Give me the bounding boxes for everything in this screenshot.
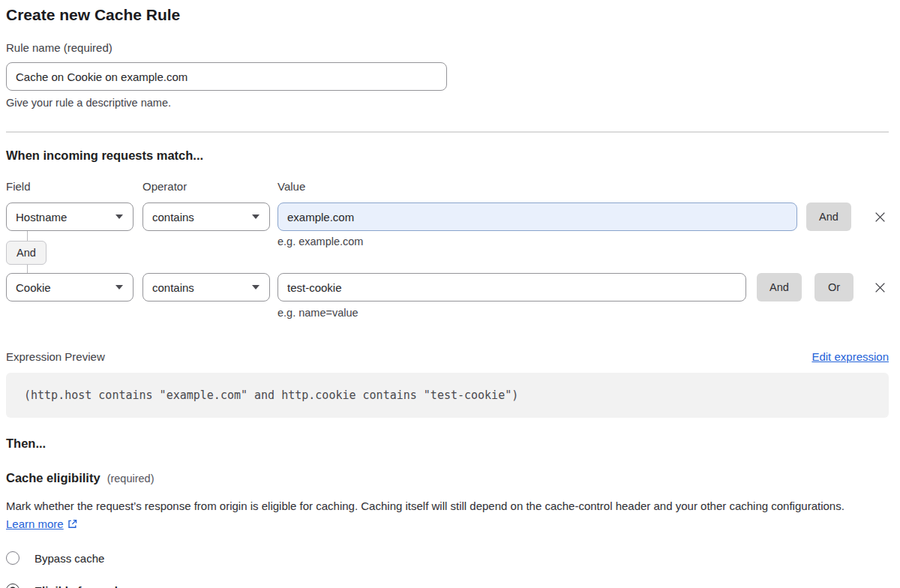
chevron-down-icon: [116, 214, 123, 219]
value-hint-2: e.g. name=value: [278, 307, 889, 320]
operator-select-2[interactable]: contains: [142, 273, 270, 302]
cache-eligibility-heading: Cache eligibility: [6, 471, 100, 485]
field-column-label: Field: [6, 180, 142, 193]
rule-name-input[interactable]: [6, 62, 447, 91]
learn-more-link[interactable]: Learn more: [6, 518, 64, 530]
value-column-label: Value: [278, 180, 305, 193]
expression-header: Expression Preview Edit expression: [6, 350, 889, 363]
expression-code: (http.host contains "example.com" and ht…: [24, 388, 518, 402]
external-link-icon: [67, 518, 78, 530]
field-select-2[interactable]: Cookie: [6, 273, 134, 302]
chevron-down-icon: [252, 214, 260, 219]
match-heading: When incoming requests match...: [6, 148, 889, 163]
create-cache-rule-page: Create new Cache Rule Rule name (require…: [0, 0, 900, 588]
connector-and-button[interactable]: And: [6, 241, 46, 265]
expression-preview-box: (http.host contains "example.com" and ht…: [6, 373, 889, 418]
add-and-button-2[interactable]: And: [757, 273, 802, 302]
radio-option-bypass-cache[interactable]: Bypass cache: [6, 551, 889, 565]
condition-row-1: Hostname contains And: [6, 202, 889, 231]
cache-eligibility-heading-row: Cache eligibility (required): [6, 471, 889, 485]
rule-name-label: Rule name (required): [6, 41, 889, 55]
radio-unselected-icon[interactable]: [6, 551, 20, 565]
operator-select-2-value: contains: [152, 281, 194, 294]
chevron-down-icon: [252, 285, 260, 290]
rule-name-helper: Give your rule a descriptive name.: [6, 97, 889, 110]
connector-zone: And e.g. example.com: [6, 231, 889, 273]
condition-row-2: Cookie contains And Or: [6, 273, 889, 302]
chevron-down-icon: [116, 285, 123, 290]
field-select-1-value: Hostname: [16, 211, 67, 224]
description-text: Mark whether the request’s response from…: [6, 500, 844, 512]
close-icon: [874, 211, 886, 224]
remove-condition-button-2[interactable]: [871, 278, 889, 296]
edit-expression-link[interactable]: Edit expression: [812, 350, 889, 363]
radio-selected-icon[interactable]: [6, 584, 20, 588]
field-select-1[interactable]: Hostname: [6, 202, 134, 231]
operator-select-1[interactable]: contains: [142, 202, 270, 231]
then-heading: Then...: [6, 436, 889, 451]
add-and-button-1[interactable]: And: [806, 202, 851, 231]
value-hint-1: e.g. example.com: [278, 236, 363, 248]
radio-label: Eligible for cache: [34, 584, 128, 588]
operator-column-label: Operator: [142, 180, 278, 193]
radio-label: Bypass cache: [34, 552, 104, 565]
value-input-2[interactable]: [278, 273, 746, 302]
value-input-1[interactable]: [278, 202, 797, 231]
radio-option-eligible-for-cache[interactable]: Eligible for cache: [6, 584, 889, 588]
operator-select-1-value: contains: [152, 211, 194, 224]
expression-preview-label: Expression Preview: [6, 350, 105, 363]
remove-condition-button-1[interactable]: [871, 208, 889, 226]
required-note: (required): [107, 472, 154, 484]
close-icon: [874, 281, 886, 294]
page-title: Create new Cache Rule: [6, 4, 889, 25]
field-select-2-value: Cookie: [16, 281, 51, 294]
section-divider: [6, 131, 889, 133]
add-or-button-2[interactable]: Or: [814, 273, 854, 302]
cache-eligibility-description: Mark whether the request’s response from…: [6, 497, 874, 533]
condition-column-labels: Field Operator Value: [6, 180, 889, 193]
